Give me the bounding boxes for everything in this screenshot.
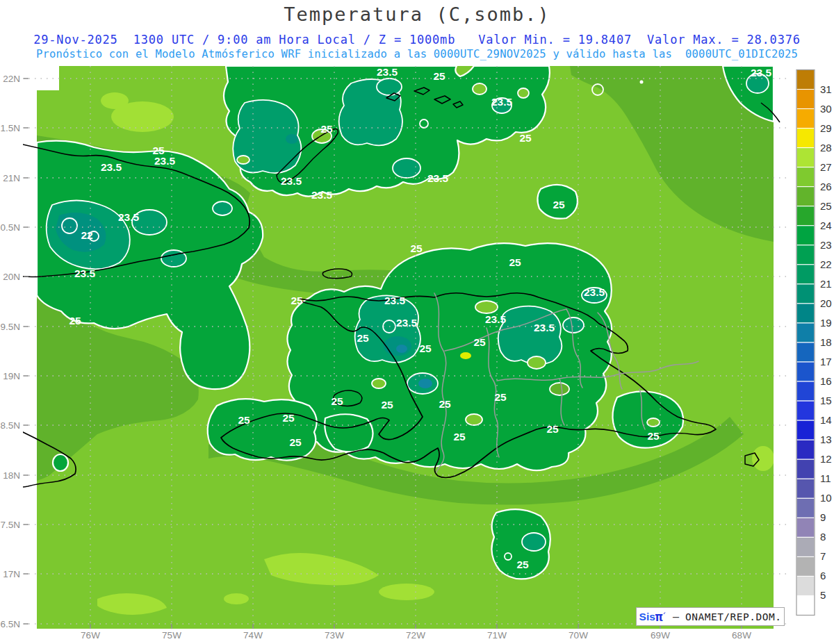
colorbar-band: [796, 284, 815, 304]
temp-cold-core: [286, 134, 298, 144]
colorbar-band: [796, 459, 815, 479]
contour-label-23.5: 23.5: [751, 67, 772, 79]
temp-contour-region-23p5C: [522, 533, 546, 551]
temp-contour-region-25C: [325, 414, 373, 452]
temp-warm-hole: [647, 418, 660, 427]
colorbar-band: [796, 362, 815, 381]
colorbar-label: 6: [820, 570, 826, 581]
colorbar-label: 13: [820, 434, 832, 445]
product-name: Sis: [639, 611, 655, 623]
colorbar-band: [796, 206, 815, 226]
temp-warm-hole: [473, 83, 486, 94]
lon-tick-label: 71W: [487, 630, 507, 641]
colorbar-label: 23: [820, 239, 832, 251]
contour-label-25: 25: [289, 436, 302, 448]
contour-label-23.5: 23.5: [534, 322, 555, 333]
colorbar-band: [796, 537, 815, 556]
contour-label-23.5: 23.5: [118, 211, 140, 223]
colorbar-label: 7: [820, 550, 826, 562]
forecast-map: 23.52523.523.525252523.523.523.523.523.5…: [0, 0, 834, 644]
color-scale: 3130292827262524232221201918171615141312…: [796, 70, 832, 616]
contour-label-25: 25: [381, 399, 393, 411]
lat-tick-label: 0.5N: [0, 222, 20, 233]
contour-label-25: 25: [238, 414, 250, 426]
temp-coldest-spot: [396, 345, 407, 353]
fill-zone-27-28C: [101, 92, 129, 109]
lat-tick-label: 20N: [3, 272, 20, 282]
colorbar-label: 10: [820, 492, 832, 504]
colorbar-band: [796, 129, 815, 148]
temp-contour-dot: [640, 81, 644, 84]
contour-label-23.5: 23.5: [427, 172, 449, 184]
separator-dash: –: [667, 611, 685, 623]
contour-label-25: 25: [546, 423, 559, 435]
lat-tick-label: 17N: [3, 569, 20, 579]
colorbar-label: 19: [820, 317, 832, 329]
contour-label-23.5: 23.5: [311, 189, 333, 201]
colorbar-label: 28: [820, 142, 832, 154]
contour-label-23.5: 23.5: [281, 175, 302, 187]
colorbar-band: [796, 109, 815, 129]
lat-tick-label: 7.5N: [0, 520, 20, 530]
lat-tick-label: 8.5N: [0, 420, 20, 431]
colorbar-band: [796, 265, 815, 284]
colorbar-band: [796, 342, 815, 362]
contour-label-23.5: 23.5: [377, 66, 398, 78]
colorbar-label: 27: [820, 161, 832, 173]
fill-zone-27-28C: [379, 584, 434, 600]
contour-label-25: 25: [357, 332, 369, 344]
colorbar-label: 16: [820, 375, 832, 387]
colorbar-label: 11: [820, 472, 831, 484]
temp-contour-region-25C: [208, 399, 317, 460]
colorbar-label: 9: [820, 511, 826, 523]
colorbar-band: [796, 148, 815, 167]
contour-label-23.5: 23.5: [101, 161, 122, 173]
lon-tick-label: 76W: [81, 630, 100, 641]
colorbar-label: 20: [820, 297, 832, 309]
colorbar-label: 17: [820, 356, 832, 368]
lon-tick-label: 73W: [325, 630, 344, 641]
temp-warm-hole: [372, 379, 386, 388]
temp-warm-hole: [475, 301, 498, 313]
temp-contour-region-25C: [53, 454, 68, 471]
colorbar-band: [796, 245, 815, 265]
contour-label-23.5: 23.5: [584, 286, 605, 298]
colorbar-label: 26: [820, 181, 832, 192]
pi-accent: ´: [662, 612, 667, 622]
temp-warm-hole: [550, 383, 569, 395]
colorbar-band: [796, 167, 815, 187]
lon-tick-label: 74W: [243, 630, 263, 641]
contour-label-25: 25: [473, 336, 486, 348]
colorbar-band: [796, 323, 815, 342]
branding-box: Sisπ´ – ONAMET/REP.DOM.: [636, 607, 785, 626]
temp-warm-hole: [237, 156, 250, 164]
contour-label-25: 25: [410, 242, 423, 254]
temp-coldest-spot: [418, 379, 432, 388]
contour-label-25: 25: [494, 391, 507, 403]
lat-tick-label: 6.5N: [0, 619, 20, 629]
lat-tick-label: 1.5N: [0, 123, 20, 133]
colorbar-band: [796, 90, 815, 109]
contour-label-25: 25: [439, 398, 451, 410]
contour-label-25: 25: [291, 295, 303, 306]
temp-contour-region-23p5C: [377, 79, 402, 95]
contour-label-25: 25: [509, 256, 521, 268]
colorbar-label: 24: [820, 220, 832, 231]
colorbar-band: [796, 304, 815, 323]
lat-tick-label: 9.5N: [0, 322, 20, 332]
colorbar-label: 22: [820, 258, 832, 270]
colorbar-band: [796, 187, 815, 206]
contour-label-22: 22: [81, 229, 92, 241]
lat-tick-label: 21N: [3, 173, 20, 183]
temp-cold-core: [384, 336, 411, 356]
contour-label-23.5: 23.5: [491, 96, 513, 108]
temperature-fill-layer: [37, 66, 774, 629]
colorbar-band: [796, 70, 815, 90]
colorbar-label: 8: [820, 531, 826, 543]
data-void-corner: [37, 66, 59, 90]
temp-contour-region-23p5C: [393, 158, 420, 178]
colorbar-label: 21: [820, 278, 832, 290]
colorbar-label: 25: [820, 200, 832, 212]
lon-tick-label: 69W: [651, 630, 670, 641]
lat-tick-label: 18N: [3, 470, 20, 481]
